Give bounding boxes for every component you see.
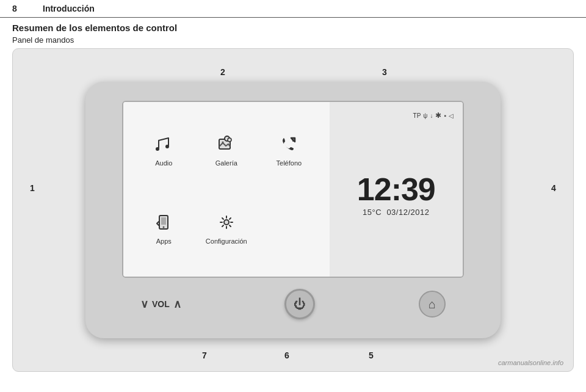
vol-down-button[interactable]: ∨: [140, 297, 148, 311]
page-header: 8 Introducción: [0, 0, 586, 18]
callout-1: 1: [30, 183, 35, 193]
section-subtitle: Panel de mandos: [0, 34, 586, 48]
home-icon: ⌂: [429, 297, 436, 311]
callout-6: 6: [284, 350, 289, 360]
svg-point-7: [294, 138, 295, 139]
status-panel: TP ψ ↓ ✱ ▪ ◁ 12:39 15°C 03/12/2012: [330, 102, 463, 277]
configuracion-label: Configuración: [206, 238, 247, 245]
wifi-icon: ψ: [423, 112, 427, 119]
callout-5: 5: [369, 350, 374, 360]
callout-2: 2: [220, 67, 225, 77]
clock-area: 12:39 15°C 03/12/2012: [336, 120, 457, 270]
menu-item-galeria[interactable]: Galería: [215, 134, 237, 167]
apps-label: Apps: [156, 238, 172, 245]
infotainment-unit: Audio Galería: [85, 82, 501, 338]
svg-point-0: [156, 147, 159, 151]
screen: Audio Galería: [122, 101, 464, 278]
phone-icon: [279, 134, 298, 157]
power-button[interactable]: ⏻: [284, 289, 315, 319]
watermark: carmanualsonline.info: [498, 359, 563, 366]
home-button[interactable]: ⌂: [419, 291, 446, 318]
gallery-icon: [217, 134, 236, 157]
svg-point-8: [292, 140, 294, 142]
settings-icon: [217, 212, 236, 235]
date: 03/12/2012: [386, 208, 429, 217]
menu-item-apps[interactable]: Apps: [154, 212, 173, 245]
bottom-controls: ∨ VOL ∧ ⏻ ⌂: [122, 289, 464, 319]
svg-point-4: [228, 138, 231, 142]
callout-7: 7: [202, 350, 207, 360]
audio-icon: [154, 134, 173, 157]
menu-panel: Audio Galería: [123, 102, 330, 277]
menu-item-telefono[interactable]: Teléfono: [277, 134, 302, 167]
battery-icon: ▪: [444, 112, 446, 119]
svg-rect-10: [161, 217, 166, 225]
svg-point-11: [163, 226, 165, 228]
svg-point-1: [165, 145, 169, 148]
tp-text: TP: [413, 112, 421, 119]
svg-point-12: [224, 220, 229, 225]
galeria-label: Galería: [215, 159, 237, 167]
bluetooth-icon: ✱: [435, 111, 441, 120]
status-icons: TP ψ ↓ ✱ ▪ ◁: [336, 108, 457, 120]
temperature: 15°C: [363, 208, 382, 217]
callout-4: 4: [551, 183, 556, 193]
volume-icon: ◁: [449, 112, 454, 119]
menu-item-configuracion[interactable]: Configuración: [206, 212, 247, 245]
menu-item-audio[interactable]: Audio: [154, 134, 173, 167]
vol-control: ∨ VOL ∧: [140, 297, 181, 311]
audio-label: Audio: [155, 159, 172, 167]
device-illustration: 1 2 3 4 5 6 7: [12, 48, 574, 372]
callout-3: 3: [382, 67, 387, 77]
power-icon: ⏻: [294, 297, 306, 311]
apps-icon: [154, 212, 173, 235]
clock-time: 12:39: [357, 173, 435, 205]
telefono-label: Teléfono: [277, 159, 302, 167]
svg-point-6: [292, 139, 293, 140]
section-title: Resumen de los elementos de control: [0, 18, 586, 34]
vol-up-button[interactable]: ∧: [173, 297, 181, 311]
vol-label: VOL: [152, 299, 170, 309]
svg-point-5: [222, 141, 223, 143]
page-number: 8: [12, 4, 24, 13]
page-title: Introducción: [43, 4, 95, 13]
main-content: 1 2 3 4 5 6 7: [0, 48, 586, 372]
signal-icon: ↓: [430, 112, 433, 119]
clock-date-temp: 15°C 03/12/2012: [363, 208, 429, 217]
